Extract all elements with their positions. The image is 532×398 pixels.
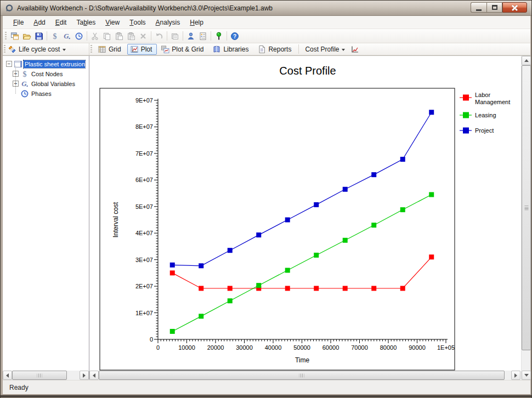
scroll-left-button[interactable] <box>89 371 99 380</box>
view-button-plot-grid[interactable]: Plot & Grid <box>158 44 208 55</box>
toolbar-grip[interactable] <box>90 45 92 54</box>
legend-label: Labor <box>475 92 490 98</box>
tree-horizontal-scrollbar[interactable] <box>3 371 89 380</box>
y-tick-label: 2E+07 <box>135 283 153 289</box>
data-point-marker <box>429 110 434 115</box>
app-window: Availability Workbench - D:\Software\Ava… <box>0 0 532 398</box>
menu-item-tools[interactable]: Tools <box>124 16 150 29</box>
checklist-button[interactable] <box>197 30 209 42</box>
legend-label: Management <box>475 99 510 105</box>
data-point-marker <box>228 286 233 291</box>
tree-item-label[interactable]: Phases <box>30 90 53 98</box>
tree-item-global-variables[interactable]: +GGlobal Variables <box>13 79 76 88</box>
x-tick-label: 20000 <box>207 344 224 351</box>
view-button-label: Reports <box>268 46 291 53</box>
menu-item-help[interactable]: Help <box>185 16 208 29</box>
chart-horizontal-scrollbar[interactable] <box>89 371 520 380</box>
help-icon: ? <box>230 32 239 41</box>
project-tree: −Plastic sheet extrusion+$Cost Nodes+GGl… <box>3 56 89 371</box>
x-axis-label: Time <box>295 356 310 364</box>
tree-item-label[interactable]: Global Variables <box>30 80 76 88</box>
x-tick-label: 70000 <box>351 344 368 351</box>
collapse-box[interactable]: − <box>6 61 12 67</box>
maximize-button[interactable] <box>486 2 502 13</box>
scrollbar-thumb[interactable] <box>522 65 531 350</box>
scroll-left-button[interactable] <box>3 371 12 380</box>
status-light-button[interactable] <box>213 30 225 42</box>
x-tick-label: 40000 <box>265 344 282 351</box>
series-line-leasing <box>172 195 432 331</box>
title-bar[interactable]: Availability Workbench - D:\Software\Ava… <box>1 1 531 16</box>
checklist-icon <box>199 32 207 41</box>
scroll-up-button[interactable] <box>522 56 531 65</box>
toolbar-grip[interactable] <box>4 45 5 54</box>
toolbar-separator <box>167 31 167 41</box>
menu-item-add[interactable]: Add <box>29 16 50 29</box>
save-button[interactable] <box>33 30 45 42</box>
tree-item-cost-nodes[interactable]: +$Cost Nodes <box>13 69 64 78</box>
tree-item-plastic-sheet-extrusion[interactable]: −Plastic sheet extrusion <box>6 59 85 69</box>
cost-nodes-dollar-button[interactable]: $ <box>49 30 61 42</box>
view-button-plot[interactable]: Plot <box>127 44 157 55</box>
y-tick-label: 5E+07 <box>135 203 153 210</box>
profile-plot-button[interactable] <box>349 43 361 55</box>
tree-item-label[interactable]: Cost Nodes <box>30 70 64 78</box>
new-project-button[interactable] <box>9 30 21 42</box>
main-toolbar: $G? <box>3 29 530 43</box>
resources-person-button[interactable] <box>185 30 197 42</box>
cost-profile-chart: Cost Profile0100002000030000400005000060… <box>89 56 520 371</box>
data-point-marker <box>228 298 233 303</box>
y-axis-label: Interval cost <box>112 202 120 237</box>
data-point-marker <box>228 248 233 253</box>
view-button-grid[interactable]: Grid <box>95 44 126 55</box>
data-point-marker <box>256 283 261 288</box>
paste-special-button <box>125 30 137 42</box>
chevron-down-icon <box>63 49 66 51</box>
status-text: Ready <box>9 384 29 391</box>
chart-panel: Cost Profile0100002000030000400005000060… <box>89 56 530 380</box>
status-bar: Ready <box>3 380 530 394</box>
scrollbar-thumb[interactable] <box>12 371 67 380</box>
y-tick-label: 6E+07 <box>135 177 153 183</box>
toolbar-separator <box>183 31 183 41</box>
view-button-reports[interactable]: Reports <box>254 44 296 55</box>
chart-vertical-scrollbar[interactable] <box>521 56 530 380</box>
toolbar-separator <box>151 31 151 41</box>
minimize-button[interactable] <box>471 2 486 13</box>
scroll-right-button[interactable] <box>80 371 89 380</box>
view-button-libraries[interactable]: Libraries <box>210 44 253 55</box>
window-bottom-frame <box>1 394 531 397</box>
profile-dropdown[interactable]: Cost Profile <box>301 44 349 55</box>
help-button[interactable]: ? <box>229 30 241 42</box>
menu-item-file[interactable]: File <box>8 16 29 29</box>
x-tick-label: 50000 <box>293 344 310 351</box>
data-point-marker <box>371 223 376 228</box>
legend-marker <box>463 112 469 118</box>
copy-button <box>101 30 113 42</box>
menu-item-edit[interactable]: Edit <box>50 16 72 29</box>
libraries-icon <box>212 45 221 54</box>
undo-button <box>153 30 165 42</box>
scroll-down-button[interactable] <box>522 371 531 380</box>
scrollbar-thumb[interactable] <box>99 371 505 380</box>
scroll-right-button[interactable] <box>511 371 520 380</box>
global-variables-button[interactable]: G <box>61 30 73 42</box>
open-folder-button[interactable] <box>21 30 33 42</box>
open-folder-icon <box>22 32 31 41</box>
menu-item-analysis[interactable]: Analysis <box>151 16 185 29</box>
module-selector-button[interactable]: Life cycle cost <box>3 43 89 55</box>
tree-item-label[interactable]: Plastic sheet extrusion <box>24 60 85 68</box>
data-point-marker <box>314 253 319 258</box>
tree-item-phases[interactable]: Phases <box>13 89 53 98</box>
menu-item-tables[interactable]: Tables <box>71 16 100 29</box>
phases-clock-button[interactable] <box>73 30 85 42</box>
thumb-grip <box>299 373 304 377</box>
plot-grid-icon <box>161 45 169 54</box>
close-button[interactable] <box>502 2 527 13</box>
view-button-label: Grid <box>109 46 121 53</box>
profile-dropdown-label: Cost Profile <box>305 46 339 53</box>
data-point-marker <box>285 268 290 273</box>
menu-item-view[interactable]: View <box>100 16 124 29</box>
y-tick-label: 7E+07 <box>135 150 153 157</box>
toolbar-grip[interactable] <box>5 32 7 41</box>
